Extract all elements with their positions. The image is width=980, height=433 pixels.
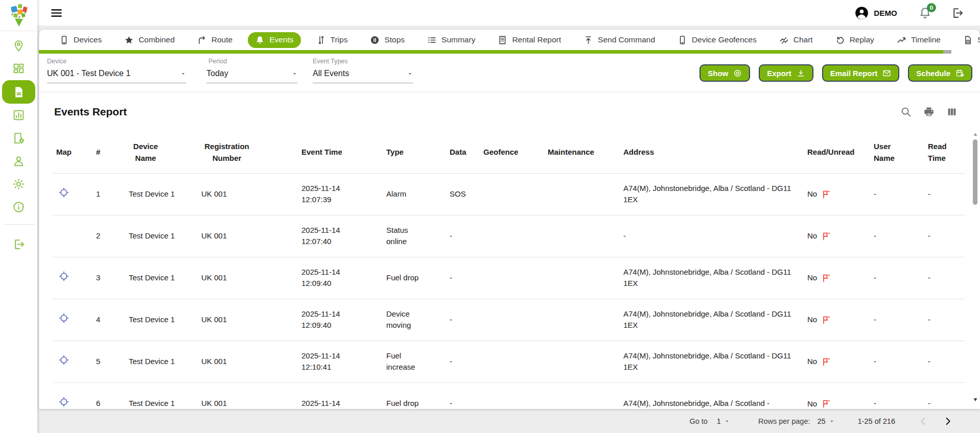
- read-status: No: [807, 231, 817, 240]
- tab-send-command[interactable]: Send Command: [576, 32, 662, 48]
- button-label: Show: [708, 69, 728, 78]
- device-name: Test Device 1: [129, 231, 175, 240]
- tab-events[interactable]: Events: [248, 32, 300, 48]
- tab-combined[interactable]: Combined: [117, 32, 182, 48]
- tab-trips[interactable]: Trips: [309, 32, 355, 48]
- read-time: -: [928, 189, 930, 198]
- scroll-up-icon[interactable]: [972, 131, 978, 137]
- event-data: SOS: [450, 189, 466, 198]
- user-name: -: [874, 189, 876, 198]
- column-header--: #: [92, 131, 125, 173]
- show-button[interactable]: Show: [699, 64, 750, 82]
- table-scrollbar[interactable]: [972, 131, 979, 403]
- sidebar-item-reports[interactable]: [2, 80, 35, 104]
- rows-per-page-select[interactable]: 25: [817, 417, 834, 425]
- device-select[interactable]: Device UK 001 - Test Device 1: [47, 58, 186, 83]
- device-name: Test Device 1: [129, 273, 175, 282]
- tab-label: Send Command: [598, 35, 655, 44]
- report-tabs: DevicesCombinedRouteEventsTripsStopsSumm…: [39, 30, 980, 50]
- sidebar-item-logout[interactable]: [2, 233, 35, 256]
- sidebar-item-users[interactable]: [2, 150, 35, 173]
- tab-devices[interactable]: Devices: [52, 32, 109, 48]
- period-select[interactable]: Period Today: [206, 58, 297, 83]
- button-label: Email Report: [830, 69, 878, 78]
- table-row: 3Test Device 1UK 0012025-11-1412:09:40Fu…: [52, 257, 965, 299]
- event-type: Status online: [386, 225, 428, 248]
- map-marker-icon[interactable]: [58, 271, 69, 282]
- download-icon: [797, 69, 805, 78]
- event-types-select[interactable]: Event Types All Events: [313, 58, 413, 83]
- report-toolbar: [900, 106, 958, 117]
- event-time: 12:09:40: [301, 278, 378, 290]
- chevron-down-icon: [407, 71, 413, 77]
- event-date: 2025-11-14: [301, 398, 378, 409]
- sidebar-item-statistics[interactable]: [2, 104, 35, 127]
- tab-sim-report[interactable]: SIM Report: [956, 32, 980, 48]
- location-pin-icon: [12, 39, 25, 52]
- progress-bar-fill: [39, 50, 943, 54]
- export-button[interactable]: Export: [759, 64, 813, 82]
- tab-summary[interactable]: Summary: [420, 32, 482, 48]
- sidebar-item-geofences[interactable]: [2, 127, 35, 150]
- printer-icon[interactable]: [923, 106, 935, 117]
- tab-replay[interactable]: Replay: [828, 32, 881, 48]
- tab-device-geofences[interactable]: Device Geofences: [670, 32, 764, 48]
- page-select[interactable]: 1: [717, 417, 730, 425]
- tab-label: Route: [212, 35, 232, 44]
- table-header-row: Map#Device NameRegistration NumberEvent …: [52, 131, 965, 173]
- unread-flag-icon[interactable]: [822, 357, 831, 367]
- sidebar-item-info[interactable]: [2, 196, 35, 219]
- tab-label: Devices: [74, 35, 102, 44]
- column-header-read-time: Read Time: [924, 131, 965, 173]
- user-menu[interactable]: DEMO: [855, 6, 897, 20]
- map-marker-icon[interactable]: [58, 354, 69, 366]
- schedule-button[interactable]: Schedule: [908, 64, 972, 82]
- table-row: 6Test Device 1UK 0012025-11-14Fuel drop-…: [52, 382, 965, 409]
- address: A74(M), Johnstonebridge, Alba / Scotland…: [623, 267, 792, 290]
- timeline-icon: [897, 35, 906, 45]
- sidebar-item-settings[interactable]: [2, 173, 35, 196]
- map-marker-icon[interactable]: [58, 187, 69, 198]
- row-number: 6: [96, 399, 100, 407]
- tab-rental-report[interactable]: Rental Report: [491, 32, 568, 48]
- route-icon: [197, 35, 207, 45]
- sidebar-item-tracking[interactable]: [2, 34, 35, 57]
- tab-stops[interactable]: Stops: [363, 32, 412, 48]
- unread-flag-icon[interactable]: [822, 399, 831, 408]
- email-report-button[interactable]: Email Report: [822, 64, 900, 82]
- tab-label: Trips: [331, 35, 348, 44]
- scroll-down-icon[interactable]: [972, 397, 978, 403]
- unread-flag-icon[interactable]: [822, 273, 831, 283]
- hamburger-icon[interactable]: [50, 6, 63, 20]
- map-marker-icon[interactable]: [58, 396, 69, 407]
- unread-flag-icon[interactable]: [822, 189, 831, 199]
- sidebar: [0, 0, 37, 433]
- search-icon[interactable]: [900, 106, 912, 117]
- notifications-button[interactable]: 0: [919, 7, 931, 19]
- user-name: -: [874, 273, 876, 282]
- next-page-button[interactable]: [942, 416, 953, 427]
- replay-icon: [835, 35, 845, 45]
- unread-flag-icon[interactable]: [822, 315, 831, 325]
- rows-per-page-value: 25: [817, 417, 825, 425]
- tab-label: Replay: [850, 35, 874, 44]
- tab-route[interactable]: Route: [190, 32, 240, 48]
- trips-icon: [316, 35, 326, 45]
- rows-per-page-label: Rows per page:: [758, 417, 810, 425]
- logout-button[interactable]: [951, 7, 964, 19]
- map-marker-icon[interactable]: [58, 312, 69, 324]
- event-time: 12:09:40: [301, 320, 378, 331]
- unread-flag-icon[interactable]: [822, 231, 831, 241]
- event-date: 2025-11-14: [301, 350, 378, 362]
- scrollbar-thumb[interactable]: [973, 139, 977, 205]
- device-name: Test Device 1: [129, 399, 175, 407]
- previous-page-button[interactable]: [918, 416, 929, 427]
- columns-icon[interactable]: [946, 106, 958, 117]
- event-time: 12:07:40: [301, 236, 378, 248]
- registration-number: UK 001: [201, 189, 227, 198]
- sidebar-item-dashboard[interactable]: [2, 57, 35, 80]
- tab-timeline[interactable]: Timeline: [890, 32, 948, 48]
- row-number: 1: [96, 189, 100, 198]
- tab-label: Events: [269, 35, 293, 44]
- tab-chart[interactable]: Chart: [772, 32, 820, 48]
